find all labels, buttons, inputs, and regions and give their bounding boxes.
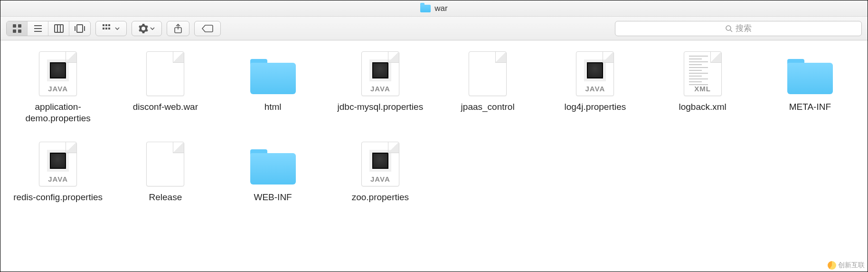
file-item[interactable]: disconf-web.war [120, 50, 210, 113]
group-by-button[interactable] [95, 21, 127, 36]
chevron-down-icon [150, 26, 155, 31]
search-placeholder: 搜索 [736, 23, 752, 34]
file-label: zoo.properties [352, 192, 409, 203]
file-grid: JAVAapplication-demo.propertiesdisconf-w… [0, 40, 868, 231]
svg-rect-16 [103, 28, 104, 29]
edit-tags-button[interactable] [194, 21, 221, 36]
svg-rect-15 [108, 24, 110, 26]
column-view-button[interactable] [48, 21, 69, 36]
gallery-icon [74, 24, 85, 33]
titlebar: war [0, 0, 868, 17]
svg-rect-3 [18, 29, 21, 33]
watermark: 创新互联 [828, 261, 865, 270]
file-label: html [264, 101, 282, 113]
gallery-view-button[interactable] [69, 21, 90, 36]
svg-rect-17 [105, 28, 107, 29]
svg-rect-13 [103, 24, 104, 26]
watermark-logo-icon [828, 261, 836, 270]
file-item[interactable]: jpaas_control [443, 50, 533, 113]
grid-icon [12, 24, 22, 33]
icon-view-button[interactable] [7, 21, 28, 36]
group-icon [103, 24, 113, 33]
java-file-icon: JAVA [357, 140, 404, 188]
file-item[interactable]: JAVAzoo.properties [335, 140, 425, 203]
svg-rect-18 [108, 28, 110, 29]
java-file-icon: JAVA [571, 50, 619, 97]
svg-line-21 [730, 30, 732, 32]
file-item[interactable]: Release [120, 140, 210, 203]
file-icon [142, 50, 189, 97]
svg-rect-2 [13, 29, 16, 33]
svg-rect-14 [105, 24, 107, 26]
folder-icon [249, 140, 297, 188]
file-item[interactable]: JAVAlog4j.properties [550, 50, 640, 113]
chevron-down-icon [115, 26, 120, 31]
file-item[interactable]: XMLlogback.xml [658, 50, 748, 113]
folder-icon [786, 50, 834, 97]
folder-icon [249, 50, 297, 97]
file-label: logback.xml [679, 101, 726, 113]
file-label: WEB-INF [254, 192, 292, 203]
gear-icon [139, 24, 148, 33]
share-icon [174, 24, 182, 33]
file-item[interactable]: WEB-INF [228, 140, 318, 203]
xml-file-icon: XML [679, 50, 726, 97]
java-file-icon: JAVA [34, 50, 82, 97]
file-item[interactable]: JAVAjdbc-mysql.properties [335, 50, 425, 113]
file-label: jpaas_control [461, 101, 515, 113]
svg-rect-10 [77, 25, 83, 32]
list-icon [33, 24, 43, 33]
title-folder-icon [420, 5, 431, 12]
columns-icon [54, 24, 64, 33]
file-label: jdbc-mysql.properties [338, 101, 424, 113]
file-label: Release [149, 192, 182, 203]
file-item[interactable]: META-INF [765, 50, 855, 113]
tag-icon [201, 24, 214, 33]
file-item[interactable]: html [228, 50, 318, 113]
java-file-icon: JAVA [357, 50, 404, 97]
file-label: redis-config.properties [13, 192, 103, 203]
svg-point-20 [726, 26, 731, 30]
watermark-text: 创新互联 [838, 261, 865, 270]
search-icon [725, 25, 733, 32]
search-field[interactable]: 搜索 [615, 21, 862, 36]
java-file-icon: JAVA [34, 140, 82, 188]
file-item[interactable]: JAVAapplication-demo.properties [13, 50, 103, 124]
svg-rect-1 [18, 24, 21, 28]
svg-rect-7 [55, 25, 63, 32]
file-label: log4j.properties [564, 101, 626, 113]
file-label: application-demo.properties [13, 101, 103, 124]
file-label: disconf-web.war [133, 101, 198, 113]
file-item[interactable]: JAVAredis-config.properties [13, 140, 103, 203]
window-title: war [434, 4, 447, 13]
svg-rect-0 [13, 24, 16, 28]
list-view-button[interactable] [28, 21, 48, 36]
view-mode-segment [6, 21, 91, 36]
file-label: META-INF [789, 101, 831, 113]
share-button[interactable] [167, 21, 189, 36]
file-icon [464, 50, 511, 97]
action-menu-button[interactable] [132, 21, 162, 36]
file-icon [142, 140, 189, 188]
toolbar: 搜索 [0, 17, 868, 40]
